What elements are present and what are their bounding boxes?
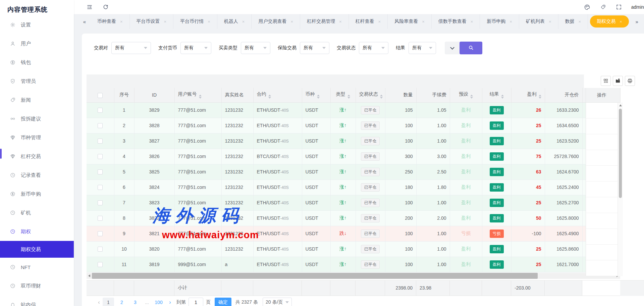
tab-4[interactable]: 用户交易查看× (252, 14, 300, 29)
cell-coin: USDT (302, 226, 330, 241)
export-button[interactable] (613, 76, 623, 86)
row-checkbox[interactable] (98, 154, 103, 159)
sidebar-item-13[interactable]: NFT (0, 258, 74, 276)
tab-11[interactable]: 数据× (558, 14, 588, 29)
tab-2[interactable]: 平台币行情× (173, 14, 217, 29)
tab-12[interactable]: 期权交易× (590, 15, 629, 28)
row-checkbox[interactable] (98, 200, 103, 205)
page-button-2[interactable]: 2 (116, 298, 127, 306)
sidebar-item-11[interactable]: 期权 (0, 222, 74, 241)
row-checkbox[interactable] (98, 123, 103, 128)
filter-expand-button[interactable] (445, 42, 460, 54)
row-checkbox[interactable] (98, 139, 103, 144)
tag-icon[interactable] (600, 4, 606, 10)
sidebar-item-14[interactable]: 双币理财 (0, 276, 74, 295)
col-header-contract[interactable]: 合约 (253, 88, 302, 102)
refresh-icon[interactable] (103, 4, 109, 10)
filter-select-3[interactable]: 所有 (300, 42, 329, 54)
row-checkbox[interactable] (98, 247, 103, 252)
row-checkbox[interactable] (98, 231, 103, 236)
horizontal-scroll-thumb[interactable] (92, 273, 538, 279)
col-header-profit[interactable]: 盈利 (511, 88, 545, 102)
sidebar-item-2[interactable]: 钱包 (0, 53, 74, 72)
sort-icon[interactable] (199, 95, 202, 99)
select-all-header[interactable] (87, 88, 114, 102)
filter-select-2[interactable]: 所有 (241, 42, 270, 54)
sidebar-item-0[interactable]: 设置 (0, 15, 74, 34)
filter-select-5[interactable]: 所有 (409, 42, 436, 54)
scroll-left-icon[interactable] (87, 273, 92, 279)
prev-page-button[interactable]: ‹ (95, 299, 103, 305)
sidebar-item-1[interactable]: 用户 (0, 34, 74, 53)
next-page-button[interactable]: › (166, 299, 174, 305)
col-header-coin[interactable]: 币种 (302, 88, 330, 102)
col-header-type[interactable]: 类型 (330, 88, 356, 102)
sort-icon[interactable] (380, 95, 383, 99)
sort-icon[interactable] (317, 95, 320, 99)
sidebar-item-8[interactable]: 记录查看 (0, 166, 74, 185)
tabs-scroll-right-button[interactable]: » (631, 19, 643, 24)
sort-icon[interactable] (470, 95, 473, 99)
col-header-result[interactable]: 结果 (482, 88, 511, 102)
filter-select-4[interactable]: 所有 (359, 42, 388, 54)
user-menu[interactable]: admin ▼ (631, 4, 644, 10)
sidebar-item-6[interactable]: 币种管理 (0, 128, 74, 147)
select-all-checkbox[interactable] (98, 93, 103, 98)
tab-1[interactable]: 平台币设置× (130, 14, 174, 29)
filter-select-0[interactable]: 所有 (111, 42, 151, 54)
page-jump-input[interactable]: 1 (189, 298, 203, 306)
columns-toggle-button[interactable] (601, 76, 611, 86)
page-button-1[interactable]: 1 (103, 298, 114, 306)
sort-icon[interactable] (268, 95, 271, 99)
col-header-status[interactable]: 交易状态 (356, 88, 385, 102)
tab-10[interactable]: 矿机列表× (519, 14, 558, 29)
cell-profit: 45 (511, 180, 545, 195)
tab-5[interactable]: 杠杆交易管理× (300, 14, 349, 29)
contract-suffix: -40S (280, 108, 289, 113)
tab-6[interactable]: 杠杆查看× (349, 14, 388, 29)
sort-icon[interactable] (501, 95, 504, 99)
page-button-3[interactable]: 3 (129, 298, 141, 306)
sidebar-item-4[interactable]: 新闻 (0, 91, 74, 109)
jump-confirm-button[interactable]: 确定 (215, 298, 231, 306)
table-vertical-scrollbar[interactable] (618, 103, 623, 276)
sidebar-item-7[interactable]: 杠杆交易 (0, 147, 74, 166)
tab-8[interactable]: 倍数手数查看× (432, 14, 480, 29)
sidebar-item-3[interactable]: 管理员 (0, 72, 74, 91)
col-header-account[interactable]: 用户账号 (174, 88, 221, 102)
tab-9[interactable]: 新币申购× (480, 14, 519, 29)
row-checkbox[interactable] (98, 108, 103, 113)
tab-0[interactable]: 币种查看× (91, 14, 130, 29)
row-checkbox[interactable] (98, 216, 103, 221)
cell-status: 已平仓 (356, 180, 385, 195)
col-header-preset[interactable]: 预设 (450, 88, 482, 102)
tabs-scroll-left-button[interactable]: « (78, 19, 91, 24)
filter-select-1[interactable]: 所有 (180, 42, 211, 54)
palette-icon[interactable] (584, 4, 590, 10)
row-checkbox[interactable] (98, 262, 103, 267)
sort-icon[interactable] (347, 95, 350, 99)
cell-checkbox (87, 102, 114, 118)
print-button[interactable] (625, 76, 635, 86)
table-row: 13829777@51.com1231232ETH/USDT-40SUSDT涨↑… (87, 102, 620, 118)
sidebar-item-10[interactable]: 矿机 (0, 203, 74, 222)
vertical-scroll-thumb[interactable] (619, 109, 622, 198)
tab-3[interactable]: 机器人× (217, 14, 252, 29)
table-horizontal-scrollbar[interactable] (87, 273, 620, 279)
row-checkbox[interactable] (98, 185, 103, 190)
menu-fold-icon[interactable] (87, 4, 93, 10)
tab-7[interactable]: 风险率查看× (388, 14, 432, 29)
page-size-select[interactable]: 20 条/页 (263, 298, 292, 306)
fullscreen-icon[interactable] (616, 4, 622, 10)
sidebar-subitem-12[interactable]: 期权交易 (0, 241, 74, 258)
sidebar-item-15[interactable]: 站内信 (0, 295, 74, 306)
sort-icon[interactable] (539, 95, 541, 99)
sidebar-item-5[interactable]: 投拆建议 (0, 109, 74, 128)
sidebar-item-9[interactable]: 新币申购 (0, 185, 74, 203)
sidebar-scrollbar[interactable] (0, 149, 2, 159)
row-checkbox[interactable] (98, 169, 103, 174)
col-header-id: ID (134, 88, 174, 102)
page-button-100[interactable]: 100 (153, 298, 164, 306)
trade-direction: 涨 (339, 200, 344, 205)
search-button[interactable] (460, 42, 482, 54)
